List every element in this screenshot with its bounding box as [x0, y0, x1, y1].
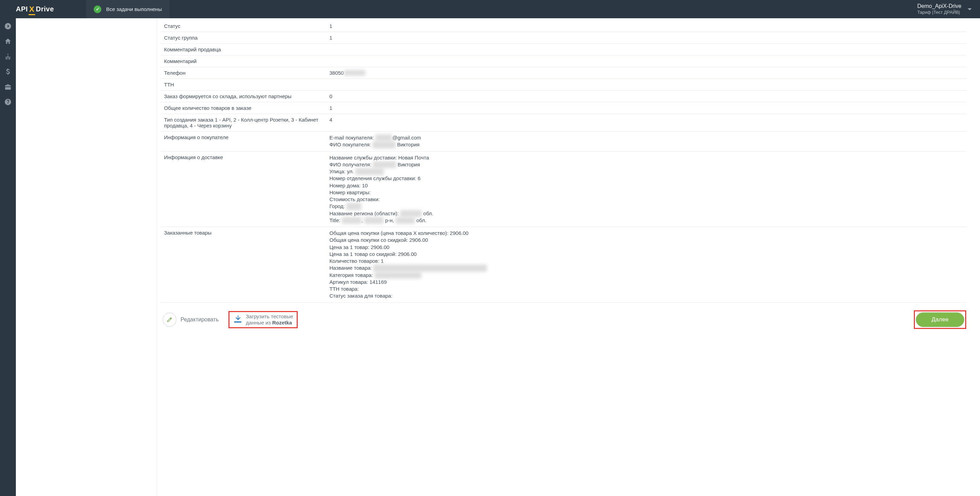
edit-label: Редактировать: [181, 316, 219, 323]
table-row: Комментарий: [161, 56, 966, 67]
table-row: Заказ формируется со склада, используют …: [161, 91, 966, 102]
table-row: Информация о покупателеE-mail покупателя…: [161, 132, 966, 151]
edit-icon[interactable]: [163, 313, 177, 326]
side-rail: [0, 18, 16, 496]
row-key: Заказанные товары: [161, 227, 326, 303]
help-icon[interactable]: [4, 98, 12, 106]
row-value: 1: [326, 20, 966, 32]
table-row: Информация о доставкеНазвание службы дос…: [161, 151, 966, 227]
table-row: Телефон380500000000: [161, 67, 966, 79]
row-key: Телефон: [161, 67, 326, 79]
table-row: Тип создания заказа 1 - API, 2 - Колл-це…: [161, 114, 966, 132]
row-value: 1: [326, 102, 966, 114]
row-key: Комментарий: [161, 56, 326, 67]
row-value: 380500000000: [326, 67, 966, 79]
row-value: E-mail покупателя: xxxxxx@gmail.comФИО п…: [326, 132, 966, 151]
row-key: Информация о покупателе: [161, 132, 326, 151]
logo-api: API: [16, 5, 28, 13]
next-button[interactable]: Далее: [916, 312, 964, 327]
row-key: Заказ формируется со склада, используют …: [161, 91, 326, 102]
edit-group[interactable]: Редактировать: [163, 313, 219, 326]
logo-x-icon: X: [29, 5, 35, 13]
table-row: Статус группа1: [161, 32, 966, 44]
arrow-circle-icon[interactable]: [4, 22, 12, 30]
sitemap-icon[interactable]: [4, 53, 12, 60]
load-line2-prefix: данные из: [246, 320, 272, 326]
footer-actions: Редактировать Загрузить тестовые данные …: [161, 310, 966, 329]
load-line2-source: Rozetka: [272, 320, 292, 326]
row-value: 0: [326, 91, 966, 102]
load-test-data-text: Загрузить тестовые данные из Rozetka: [246, 313, 293, 326]
logo[interactable]: API X Drive: [0, 0, 86, 18]
load-test-data-button[interactable]: Загрузить тестовые данные из Rozetka: [229, 311, 298, 328]
row-key: Информация о доставке: [161, 151, 326, 227]
row-key: Тип создания заказа 1 - API, 2 - Колл-це…: [161, 114, 326, 132]
table-row: Комментарий продавца: [161, 44, 966, 56]
row-value: Название службы доставки: Новая ПочтаФИО…: [326, 151, 966, 227]
dollar-icon[interactable]: [4, 68, 12, 75]
data-table: Статус1Статус группа1Комментарий продавц…: [161, 20, 966, 303]
table-row: Общее количество товаров в заказе1: [161, 102, 966, 114]
account-menu[interactable]: Demo_ApiX-Drive Тариф |Тест ДРАЙВ|: [909, 0, 980, 18]
row-value: 1: [326, 32, 966, 44]
left-panel: [16, 18, 157, 496]
row-value: [326, 44, 966, 56]
content: Статус1Статус группа1Комментарий продавц…: [157, 18, 980, 496]
account-name: Demo_ApiX-Drive: [917, 3, 961, 10]
row-value: [326, 56, 966, 67]
row-value: Общая цена покупки (цена товара X количе…: [326, 227, 966, 303]
logo-drive: Drive: [36, 5, 54, 13]
row-value: [326, 79, 966, 91]
download-icon: [233, 314, 243, 325]
row-key: Статус: [161, 20, 326, 32]
chevron-down-icon: [967, 8, 972, 10]
row-key: Статус группа: [161, 32, 326, 44]
table-row: Заказанные товарыОбщая цена покупки (цен…: [161, 227, 966, 303]
briefcase-icon[interactable]: [4, 83, 12, 91]
home-icon[interactable]: [4, 38, 12, 45]
account-plan: Тариф |Тест ДРАЙВ|: [917, 10, 961, 16]
tasks-status[interactable]: ✓ Все задачи выполнены: [86, 0, 170, 18]
row-value: 4: [326, 114, 966, 132]
table-row: Статус1: [161, 20, 966, 32]
row-key: ТТН: [161, 79, 326, 91]
check-icon: ✓: [94, 5, 101, 13]
row-key: Комментарий продавца: [161, 44, 326, 56]
tasks-status-label: Все задачи выполнены: [106, 6, 162, 12]
row-key: Общее количество товаров в заказе: [161, 102, 326, 114]
table-row: ТТН: [161, 79, 966, 91]
topbar: API X Drive ✓ Все задачи выполнены Demo_…: [0, 0, 980, 18]
next-button-frame: Далее: [914, 310, 966, 329]
load-line1: Загрузить тестовые: [246, 313, 293, 320]
